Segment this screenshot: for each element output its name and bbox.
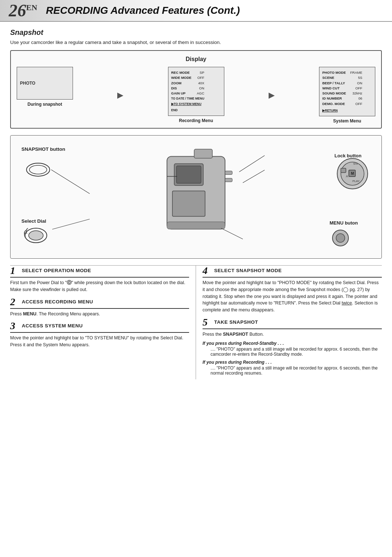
diagram-area: SNAPSHOT button Select Dial	[10, 135, 382, 259]
svg-line-23	[51, 170, 90, 194]
step-3-body: Move the pointer and highlight bar to "T…	[10, 335, 189, 348]
step-3-title: ACCESS SYSTEM MENU	[22, 321, 83, 328]
step-4-title: SELECT SNAPSHOT MODE	[214, 266, 282, 273]
condition-desc-2: .... "PHOTO" appears and a still image w…	[211, 366, 382, 376]
during-snapshot-label: During snapshot	[28, 102, 62, 107]
system-menu-screen: PHOTO MODEFRAME SCENE5S BEEP / TALLYON W…	[319, 67, 375, 124]
condition-desc-1: .... "PHOTO" appears and a still image w…	[211, 347, 382, 357]
condition-record-standby: If you press during Record-Standby . . .…	[203, 341, 382, 357]
arrow-1: ▶	[117, 90, 123, 100]
during-snapshot-screen: PHOTO During snapshot	[17, 67, 73, 107]
step-5-body: Press the SNAPSHOT Button.	[203, 331, 382, 338]
recording-menu-text: REC MODESP WIDE MODEOFF ZOOM40X DISON GA…	[171, 70, 204, 113]
main-content: Snapshot Use your camcorder like a regul…	[0, 22, 392, 386]
power-dial-icon: M A PLAY S/S	[331, 146, 374, 195]
step-4: 4 SELECT SNAPSHOT MODE Move the pointer …	[203, 266, 382, 314]
system-menu-box: PHOTO MODEFRAME SCENE5S BEEP / TALLYON W…	[319, 67, 375, 116]
svg-text:S/S: S/S	[353, 162, 358, 165]
step-4-header: 4 SELECT SNAPSHOT MODE	[203, 266, 382, 278]
step-3-number: 3	[10, 321, 20, 331]
svg-rect-8	[225, 171, 232, 175]
svg-rect-7	[172, 191, 205, 217]
svg-rect-10	[194, 149, 212, 158]
step-2-number: 2	[10, 297, 20, 307]
screens-row: PHOTO During snapshot ▶ REC MODESP WIDE …	[17, 67, 375, 124]
condition-label-2: If you press during Recording . . .	[203, 360, 382, 365]
svg-rect-20	[341, 168, 346, 173]
recording-menu-label: Recording Menu	[179, 118, 213, 123]
step-2: 2 ACCESS RECORDING MENU Press MENU. The …	[10, 297, 189, 318]
page-title: RECORDING Advanced Features (Cont.)	[46, 5, 240, 16]
svg-point-3	[29, 231, 43, 240]
arrow-2: ▶	[269, 90, 275, 100]
svg-text:M: M	[351, 171, 354, 175]
step-4-body: Move the pointer and highlight bar to "P…	[203, 279, 382, 314]
page-number: 26EN	[9, 2, 37, 19]
svg-line-24	[52, 219, 90, 229]
step-2-header: 2 ACCESS RECORDING MENU	[10, 297, 189, 309]
snapshot-button-icon	[25, 162, 51, 179]
page-header: 26EN RECORDING Advanced Features (Cont.)	[0, 0, 392, 22]
svg-point-1	[29, 165, 47, 174]
condition-recording: If you press during Recording . . . ....…	[203, 360, 382, 376]
svg-rect-12	[167, 222, 225, 229]
step-2-body: Press MENU. The Recording Menu appears.	[10, 311, 189, 318]
svg-rect-6	[176, 166, 201, 183]
step-5-header: 5 TAKE SNAPSHOT	[203, 317, 382, 329]
display-box: Display PHOTO During snapshot ▶ REC MODE…	[10, 50, 382, 129]
step-4-number: 4	[203, 266, 212, 276]
step-1-body: First turn the Power Dial to "Ⓞ" while p…	[10, 279, 189, 293]
recording-menu-screen: REC MODESP WIDE MODEOFF ZOOM40X DISON GA…	[168, 67, 224, 123]
svg-point-22	[336, 234, 345, 242]
select-dial-icon	[21, 221, 50, 247]
camera-illustration	[138, 142, 254, 252]
steps-left: 1 SELECT OPERATION MODE First turn the P…	[10, 266, 196, 379]
step-1-header: 1 SELECT OPERATION MODE	[10, 266, 189, 278]
step-1: 1 SELECT OPERATION MODE First turn the P…	[10, 266, 189, 293]
section-title: Snapshot	[10, 28, 382, 37]
condition-label-1: If you press during Record-Standby . . .	[203, 341, 382, 346]
svg-text:PLAY: PLAY	[352, 179, 360, 183]
section-intro: Use your camcorder like a regular camera…	[10, 40, 382, 45]
svg-text:A: A	[346, 174, 348, 178]
menu-button-label: MENU buton	[330, 220, 358, 226]
svg-rect-9	[225, 178, 232, 182]
system-menu-label: System Menu	[333, 118, 361, 124]
step-3-header: 3 ACCESS SYSTEM MENU	[10, 321, 189, 333]
step-5: 5 TAKE SNAPSHOT Press the SNAPSHOT Butto…	[203, 317, 382, 376]
step-3: 3 ACCESS SYSTEM MENU Move the pointer an…	[10, 321, 189, 348]
photo-screen-box: PHOTO	[17, 67, 73, 100]
photo-label: PHOTO	[20, 81, 35, 86]
step-5-title: TAKE SNAPSHOT	[214, 317, 258, 325]
steps-container: 1 SELECT OPERATION MODE First turn the P…	[10, 265, 382, 379]
step-2-title: ACCESS RECORDING MENU	[22, 297, 93, 304]
step-1-number: 1	[10, 266, 20, 276]
steps-right: 4 SELECT SNAPSHOT MODE Move the pointer …	[196, 266, 382, 379]
recording-menu-box: REC MODESP WIDE MODEOFF ZOOM40X DISON GA…	[168, 67, 224, 116]
menu-button-icon	[331, 228, 351, 249]
system-menu-text: PHOTO MODEFRAME SCENE5S BEEP / TALLYON W…	[322, 70, 362, 113]
step-1-title: SELECT OPERATION MODE	[22, 266, 91, 273]
display-title: Display	[17, 56, 375, 62]
step-5-number: 5	[203, 317, 212, 327]
snapshot-button-label: SNAPSHOT button	[21, 146, 65, 152]
